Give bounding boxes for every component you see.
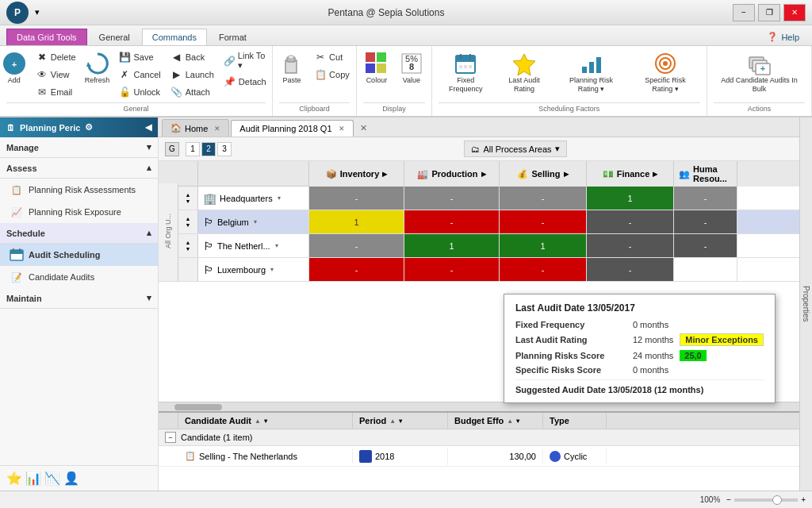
col-header-inventory[interactable]: 📦 Inventory ▶: [309, 161, 404, 187]
sidebar-section-manage[interactable]: Manage ▾: [0, 137, 158, 158]
detach-button[interactable]: 📌 Detach: [220, 74, 273, 90]
sidebar-item-planning-risk-exposure[interactable]: 📈 Planning Risk Exposure: [0, 201, 158, 223]
scrollbar-thumb[interactable]: [174, 404, 222, 410]
copy-button[interactable]: 📋 Copy: [311, 67, 353, 83]
value-button[interactable]: 5% 8 Value: [396, 49, 427, 87]
tab-commands[interactable]: Commands: [142, 29, 207, 45]
row-label-netherlands[interactable]: 🏳 The Netherl... ▾: [198, 234, 309, 257]
sidebar-section-assess[interactable]: Assess ▴: [0, 158, 158, 179]
row-down-arrow-3[interactable]: ▼: [186, 246, 191, 252]
unlock-button[interactable]: 🔓 Unlock: [115, 84, 163, 100]
planning-risk-rating-button[interactable]: Planning Risk Rating ▾: [555, 49, 627, 95]
properties-panel[interactable]: Properties: [799, 117, 812, 491]
restore-button[interactable]: ❐: [758, 4, 780, 21]
svg-rect-23: [596, 57, 601, 73]
cell-be-production: -: [404, 210, 500, 233]
filter-icon-2[interactable]: ▾: [399, 418, 402, 425]
cell-be-selling: -: [500, 210, 587, 233]
col-header-selling[interactable]: 💰 Selling ▶: [500, 161, 587, 187]
audit-tab-close[interactable]: ✕: [339, 125, 345, 133]
row-label-belgium[interactable]: 🏳 Belgium ▾: [198, 210, 309, 233]
sidebar-item-planning-risk-assessments[interactable]: 📋 Planning Risk Assessments: [0, 179, 158, 201]
tab-home[interactable]: 🏠 Home ✕: [162, 119, 229, 137]
col-header-human-resources[interactable]: 👥 Huma Resou...: [674, 161, 737, 187]
svg-rect-18: [464, 65, 467, 68]
filter-icon-1[interactable]: ▾: [264, 418, 267, 425]
last-audit-rating-button[interactable]: Last Audit Rating: [496, 49, 552, 95]
row-up-arrow-2[interactable]: ▲: [186, 216, 191, 221]
page-3[interactable]: 3: [217, 142, 232, 156]
planning-risks-label: Planning Risks Score: [515, 351, 626, 360]
close-button[interactable]: ✕: [783, 4, 806, 21]
page-2[interactable]: 2: [201, 142, 216, 156]
sidebar-collapse-icon[interactable]: ◀: [145, 122, 151, 133]
grid-nav-left[interactable]: G: [165, 142, 179, 156]
delete-button[interactable]: ✖ Delete: [33, 49, 79, 65]
be-flag: 🏳: [203, 216, 214, 229]
link-to-button[interactable]: 🔗 Link To ▾: [220, 49, 273, 72]
row-label-luxembourg[interactable]: 🏳 Luxembourg ▾: [198, 258, 309, 281]
refresh-button[interactable]: Refresh: [82, 49, 113, 87]
filter-icon-3[interactable]: ▾: [516, 418, 519, 425]
home-tab-close[interactable]: ✕: [214, 125, 220, 133]
cut-button[interactable]: ✂ Cut: [311, 49, 353, 65]
ribbon-group-clipboard: Paste ✂ Cut 📋 Copy Clipboard: [273, 46, 357, 116]
view-button[interactable]: 👁 View: [33, 67, 79, 83]
page-1[interactable]: 1: [186, 142, 200, 156]
bottom-icon-1[interactable]: ⭐: [6, 471, 22, 486]
fixed-frequency-button[interactable]: Fixed Frequency: [439, 49, 493, 95]
row-down-arrow-2[interactable]: ▼: [186, 222, 191, 228]
fixed-frequency-value: 0 months: [633, 320, 668, 329]
tab-format[interactable]: Format: [209, 29, 257, 45]
add-button[interactable]: + Add: [0, 49, 29, 87]
table-row: 2 ▲ ▼ 🏳 Belgium ▾ 1 - - -: [159, 210, 799, 234]
row-up-arrow-1[interactable]: ▲: [186, 192, 191, 198]
save-button[interactable]: 💾 Save: [115, 49, 163, 65]
row-label-headquarters[interactable]: 🏢 Headquarters ▾: [198, 187, 309, 210]
sidebar-section-schedule[interactable]: Schedule ▴: [0, 223, 158, 244]
row-down-arrow-1[interactable]: ▼: [186, 198, 191, 204]
add-candidate-audits-button[interactable]: + Add Candidate Audits In Bulk: [714, 49, 805, 95]
bottom-icon-2[interactable]: 📊: [25, 471, 41, 486]
attach-button[interactable]: 📎 Attach: [167, 84, 217, 100]
maintain-label: Maintain: [6, 294, 42, 303]
zoom-slider[interactable]: [734, 498, 798, 502]
minimize-button[interactable]: −: [733, 4, 755, 21]
sidebar-section-maintain[interactable]: Maintain ▾: [0, 288, 158, 309]
candidate-expand-icon[interactable]: −: [165, 432, 176, 443]
help-button[interactable]: ❓ Help: [760, 29, 806, 45]
paste-button[interactable]: Paste: [276, 49, 308, 87]
sidebar-item-audit-scheduling[interactable]: Audit Scheduling: [0, 244, 158, 266]
candidate-audit-header[interactable]: Candidate Audit ▲ ▾: [178, 413, 353, 429]
tab-general[interactable]: General: [89, 29, 140, 45]
svg-marker-2: [86, 62, 91, 67]
process-area-selector[interactable]: 🗂 All Process Areas ▾: [464, 140, 566, 157]
row-up-arrow-3[interactable]: ▲: [186, 240, 191, 245]
colour-button[interactable]: Colour: [361, 49, 393, 87]
tab-audit-planning[interactable]: Audit Planning 2018 Q1 ✕: [231, 120, 353, 137]
bottom-icon-4[interactable]: 👤: [63, 471, 79, 486]
back-button[interactable]: ◀ Back: [167, 49, 217, 65]
tab-data-grid-tools[interactable]: Data Grid Tools: [6, 29, 87, 45]
page-numbers: 1 2 3: [186, 142, 232, 156]
email-button[interactable]: ✉ Email: [33, 84, 79, 100]
bottom-icon-3[interactable]: 📉: [44, 471, 60, 486]
col-header-production[interactable]: 🏭 Production ▶: [404, 161, 500, 187]
scheduling-content: Fixed Frequency Last Audit Rating Planni…: [439, 49, 700, 102]
specific-risk-rating-button[interactable]: Specific Risk Rating ▾: [630, 49, 700, 95]
zoom-out-icon[interactable]: −: [726, 495, 731, 504]
launch-button[interactable]: ▶ Launch: [167, 67, 217, 83]
unlock-label: Unlock: [133, 87, 160, 97]
period-header[interactable]: Period ▲ ▾: [353, 413, 448, 429]
cancel-button[interactable]: ✗ Cancel: [115, 67, 163, 83]
minor-exceptions-badge: Minor Exceptions: [680, 333, 764, 346]
help-label: Help: [781, 33, 799, 42]
budget-effort-header[interactable]: Budget Effo ▲ ▾: [448, 413, 543, 429]
sidebar-settings-icon[interactable]: ⚙: [85, 122, 93, 133]
zoom-in-icon[interactable]: +: [801, 495, 806, 504]
zoom-thumb[interactable]: [772, 495, 782, 505]
tab-add-icon[interactable]: ✕: [355, 120, 372, 137]
type-header[interactable]: Type: [543, 413, 607, 429]
sidebar-item-candidate-audits[interactable]: 📝 Candidate Audits: [0, 266, 158, 288]
col-header-finance[interactable]: 💵 Finance ▶: [587, 161, 674, 187]
